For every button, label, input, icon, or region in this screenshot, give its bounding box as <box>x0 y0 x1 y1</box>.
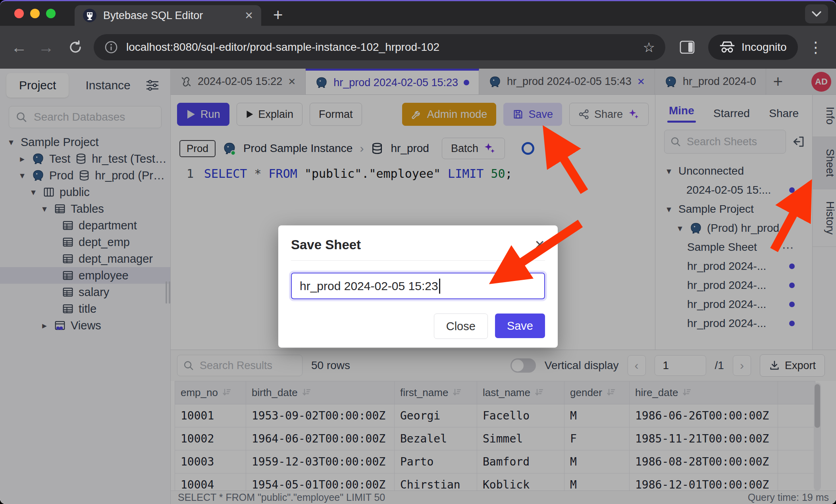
cell[interactable]: 1986-08-28T00:00:00Z <box>630 450 778 473</box>
cell[interactable]: Chirstian <box>395 473 477 492</box>
tree-item-table-salary[interactable]: salary <box>0 284 170 300</box>
chevron-down-icon[interactable]: ▾ <box>40 204 49 214</box>
sheet-tab-active[interactable]: hr_prod 2024-02-05 15:23 <box>306 69 479 94</box>
admin-mode-button[interactable]: Admin mode <box>402 103 497 126</box>
tab-share[interactable]: Share <box>769 107 799 120</box>
add-sheet-tab-button[interactable]: + <box>773 73 783 90</box>
tree-item-schema-public[interactable]: ▾ public <box>0 184 170 200</box>
next-page-button[interactable]: › <box>733 355 751 376</box>
cell[interactable]: 10004 <box>175 473 246 492</box>
database-search-input[interactable] <box>33 110 155 124</box>
tree-item-tables-group[interactable]: ▾ Tables <box>0 200 170 217</box>
results-search[interactable] <box>177 355 302 376</box>
export-button[interactable]: Export <box>760 354 825 377</box>
cell[interactable]: Bamford <box>477 450 564 473</box>
sheet-item[interactable]: hr_prod 2024-... <box>655 314 812 333</box>
table-row[interactable]: 100041954-05-01T00:00:00ZChirstianKoblic… <box>175 473 815 492</box>
tree-item-views-group[interactable]: ▸ Views <box>0 317 170 334</box>
page-number-input[interactable] <box>655 355 706 376</box>
sort-icon[interactable] <box>534 387 544 397</box>
cell[interactable]: 1986-12-01T00:00:00Z <box>630 473 778 492</box>
sort-icon[interactable] <box>222 387 231 397</box>
address-bar[interactable]: localhost:8080/sql-editor/prod-sample-in… <box>94 34 665 60</box>
tree-item-table-title[interactable]: title <box>0 300 170 317</box>
chevron-down-icon[interactable]: ▾ <box>6 137 16 148</box>
database-search[interactable] <box>9 106 162 128</box>
new-browser-tab-button[interactable]: + <box>273 7 283 23</box>
cell[interactable]: M <box>564 404 630 427</box>
close-icon[interactable]: ✕ <box>637 76 645 87</box>
traffic-close-button[interactable] <box>14 9 24 18</box>
cell[interactable]: 10003 <box>175 450 246 473</box>
filter-sliders-icon[interactable] <box>145 79 160 92</box>
cell[interactable]: 10001 <box>175 404 246 427</box>
save-button[interactable]: Save <box>503 103 562 126</box>
cell[interactable]: 1953-09-02T00:00:00Z <box>246 404 395 427</box>
user-avatar[interactable]: AD <box>811 72 831 92</box>
cell[interactable]: 1986-06-26T00:00:00Z <box>630 404 778 427</box>
table-row[interactable]: 100021964-06-02T00:00:00ZBezalelSimmelF1… <box>175 427 815 450</box>
tree-item-sample-project[interactable]: ▾ Sample Project <box>0 134 170 150</box>
cell[interactable]: M <box>564 473 630 492</box>
tab-info[interactable]: Info <box>813 95 836 137</box>
cell[interactable]: 1985-11-21T00:00:00Z <box>630 427 778 450</box>
sheet-item[interactable]: hr_prod 2024-... <box>655 276 812 295</box>
table-scrollbar[interactable] <box>814 383 821 491</box>
tab-starred[interactable]: Starred <box>713 107 750 120</box>
site-info-icon[interactable] <box>104 40 118 54</box>
tree-item-table-department[interactable]: department <box>0 217 170 234</box>
cell[interactable]: Koblick <box>477 473 564 492</box>
chevron-down-icon[interactable]: ▾ <box>664 204 674 215</box>
cell[interactable]: F <box>564 427 630 450</box>
chevron-down-icon[interactable]: ▾ <box>17 170 27 181</box>
column-header[interactable]: gender <box>564 381 630 404</box>
sort-icon[interactable] <box>302 387 311 397</box>
sheet-tab-1543[interactable]: hr_prod 2024-02-05 15:43 ✕ <box>479 69 655 94</box>
tree-item-table-dept-emp[interactable]: dept_emp <box>0 234 170 250</box>
sheet-name-input[interactable]: hr_prod 2024-02-05 15:23 <box>291 273 545 299</box>
tree-item-table-dept-manager[interactable]: dept_manager <box>0 250 170 267</box>
tab-instance[interactable]: Instance <box>85 79 130 92</box>
tab-history[interactable]: History <box>813 189 836 247</box>
instance-name[interactable]: Prod Sample Instance <box>243 142 353 155</box>
cell[interactable]: Bezalel <box>395 427 477 450</box>
cell[interactable]: Georgi <box>395 404 477 427</box>
dialog-save-button[interactable]: Save <box>495 314 545 338</box>
dialog-close-icon[interactable]: ✕ <box>534 237 545 252</box>
format-button[interactable]: Format <box>310 103 362 126</box>
sort-icon[interactable] <box>452 387 462 397</box>
traffic-zoom-button[interactable] <box>46 9 56 18</box>
column-header[interactable]: hire_date <box>630 381 778 404</box>
cell[interactable]: Parto <box>395 450 477 473</box>
tab-sheet[interactable]: Sheet <box>813 137 836 189</box>
sheet-search[interactable] <box>664 130 786 154</box>
sidebar-resize-handle[interactable] <box>166 281 170 304</box>
chevron-right-icon[interactable]: ▸ <box>17 154 27 164</box>
sheet-item[interactable]: hr_prod 2024-... <box>655 257 812 276</box>
explain-button[interactable]: Explain <box>237 103 303 126</box>
share-button[interactable]: Share <box>569 103 649 126</box>
browser-tab[interactable]: Bytebase SQL Editor ✕ <box>75 5 261 26</box>
sql-editor[interactable]: 1 SELECT * FROM "public"."employee" LIMI… <box>171 163 655 183</box>
side-panel-icon[interactable] <box>680 40 695 54</box>
sheet-tab-truncated[interactable]: hr_prod 2024-0 <box>655 69 766 94</box>
sheet-group-sample-project[interactable]: ▾ Sample Project <box>655 200 812 219</box>
table-row[interactable]: 100031959-12-03T00:00:00ZPartoBamfordM19… <box>175 450 815 473</box>
bookmark-star-icon[interactable]: ☆ <box>643 39 655 55</box>
prev-page-button[interactable]: ‹ <box>628 355 646 376</box>
chevron-down-icon[interactable]: ▾ <box>675 223 685 234</box>
cell[interactable]: M <box>564 450 630 473</box>
cell[interactable]: Simmel <box>477 427 564 450</box>
column-header[interactable]: last_name <box>477 381 564 404</box>
tab-mine[interactable]: Mine <box>669 104 694 123</box>
cell[interactable]: 1954-05-01T00:00:00Z <box>246 473 395 492</box>
column-header[interactable]: emp_no <box>175 381 246 404</box>
cell[interactable]: 1959-12-03T00:00:00Z <box>246 450 395 473</box>
more-actions-icon[interactable]: ⋯ <box>782 240 795 254</box>
results-search-input[interactable] <box>199 359 297 372</box>
forward-button[interactable]: → <box>38 39 54 55</box>
cell[interactable]: 10002 <box>175 427 246 450</box>
sheet-group-unconnected[interactable]: ▾ Unconnected <box>655 162 812 181</box>
sheet-tab-unsaved[interactable]: 2024-02-05 15:22 ✕ <box>171 69 306 94</box>
database-name[interactable]: hr_prod <box>391 142 429 155</box>
